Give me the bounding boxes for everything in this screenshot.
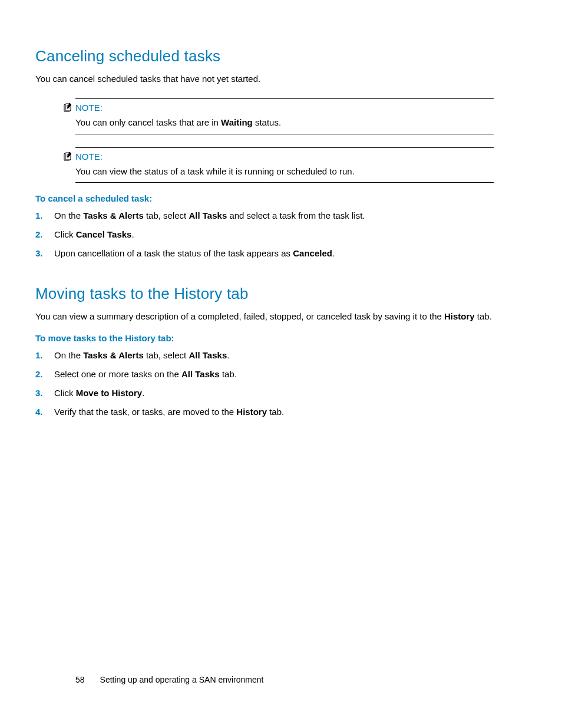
list-item: On the Tasks & Alerts tab, select All Ta… xyxy=(35,209,509,222)
note-label: NOTE: xyxy=(75,151,103,162)
step-text: . xyxy=(332,248,335,258)
procedure-subhead: To cancel a scheduled task: xyxy=(35,193,509,203)
step-text: tab. xyxy=(267,407,284,417)
step-text: . xyxy=(142,388,144,398)
step-text: On the xyxy=(54,350,83,360)
procedure-subhead: To move tasks to the History tab: xyxy=(35,333,509,343)
list-item: Click Cancel Tasks. xyxy=(35,228,509,241)
step-bold: History xyxy=(236,407,267,417)
note-block: NOTE: You can only cancel tasks that are… xyxy=(61,98,494,134)
step-text: . xyxy=(131,229,134,239)
step-bold: All Tasks xyxy=(189,350,227,360)
list-item: Upon cancellation of a task the status o… xyxy=(35,247,509,260)
note-label: NOTE: xyxy=(75,103,103,113)
step-text: Upon cancellation of a task the status o… xyxy=(54,248,293,258)
note-text-part: You can only cancel tasks that are in xyxy=(75,117,221,127)
note-rule-bottom xyxy=(75,134,494,134)
procedure-list: On the Tasks & Alerts tab, select All Ta… xyxy=(35,349,509,418)
note-icon xyxy=(61,103,75,113)
step-text: and select a task from the task list. xyxy=(227,210,365,220)
step-bold: Canceled xyxy=(293,248,332,258)
intro-bold: History xyxy=(444,311,475,321)
list-item: Click Move to History. xyxy=(35,387,509,400)
note-block: NOTE: You can view the status of a task … xyxy=(61,147,494,183)
step-text: On the xyxy=(54,210,83,220)
intro-paragraph: You can view a summary description of a … xyxy=(35,310,509,323)
heading-canceling-scheduled-tasks: Canceling scheduled tasks xyxy=(35,47,509,65)
step-bold: Tasks & Alerts xyxy=(83,210,144,220)
note-text-part: status. xyxy=(253,117,281,127)
step-text: Select one or more tasks on the xyxy=(54,369,181,379)
note-rule-top xyxy=(75,147,494,148)
list-item: On the Tasks & Alerts tab, select All Ta… xyxy=(35,349,509,362)
note-rule-top xyxy=(75,98,494,99)
step-text: Click xyxy=(54,229,76,239)
note-rule-bottom xyxy=(75,182,494,183)
page-footer: 58Setting up and operating a SAN environ… xyxy=(75,675,263,684)
note-icon xyxy=(61,151,75,162)
intro-text: You can view a summary description of a … xyxy=(35,311,444,321)
heading-moving-tasks-history: Moving tasks to the History tab xyxy=(35,285,509,303)
page-number: 58 xyxy=(75,675,85,684)
procedure-list: On the Tasks & Alerts tab, select All Ta… xyxy=(35,209,509,259)
step-bold: Tasks & Alerts xyxy=(83,350,144,360)
step-text: Click xyxy=(54,388,76,398)
footer-chapter: Setting up and operating a SAN environme… xyxy=(100,675,264,684)
step-bold: Cancel Tasks xyxy=(76,229,132,239)
step-text: tab, select xyxy=(144,350,189,360)
step-bold: Move to History xyxy=(76,388,143,398)
list-item: Select one or more tasks on the All Task… xyxy=(35,368,509,381)
step-text: tab. xyxy=(220,369,237,379)
step-text: . xyxy=(227,350,229,360)
step-text: Verify that the task, or tasks, are move… xyxy=(54,407,236,417)
note-text-bold: Waiting xyxy=(221,117,253,127)
intro-paragraph: You can cancel scheduled tasks that have… xyxy=(35,73,509,85)
step-bold: All Tasks xyxy=(181,369,220,379)
step-text: tab, select xyxy=(144,210,189,220)
intro-text: tab. xyxy=(475,311,492,321)
page: Canceling scheduled tasks You can cancel… xyxy=(0,0,562,728)
list-item: Verify that the task, or tasks, are move… xyxy=(35,406,509,419)
note-text: You can only cancel tasks that are in Wa… xyxy=(75,116,494,129)
note-text: You can view the status of a task while … xyxy=(75,165,494,178)
step-bold: All Tasks xyxy=(189,210,227,220)
